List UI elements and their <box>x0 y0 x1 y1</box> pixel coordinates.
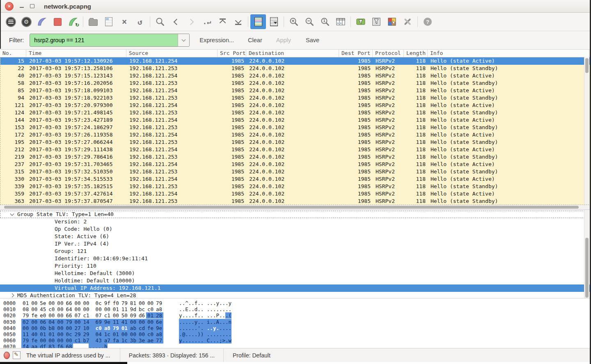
stop-capture-button[interactable] <box>50 14 65 29</box>
restart-capture-button[interactable]: ↻ <box>65 14 81 29</box>
column-header-length[interactable]: Length <box>404 50 428 57</box>
packet-row[interactable]: 1532017-03-03 19:57:24.186297192.168.121… <box>0 124 591 131</box>
zoom-out-button[interactable] <box>302 14 317 29</box>
capture-filters-button[interactable] <box>353 14 369 29</box>
packet-row[interactable]: 3152017-03-03 19:57:32.510350192.168.121… <box>0 168 591 175</box>
vscrollbar-thumb[interactable] <box>585 58 589 73</box>
close-file-button[interactable]: × <box>117 14 132 29</box>
preferences-button[interactable] <box>400 14 415 29</box>
start-capture-button[interactable] <box>34 14 50 29</box>
detail-row[interactable]: Op Code: Hello (0) <box>0 225 591 233</box>
column-header-src-port[interactable]: Src Port <box>218 50 246 57</box>
packet-row[interactable]: 222017-03-03 19:57:13.258106192.168.121.… <box>0 65 591 72</box>
colorize-button[interactable] <box>250 14 266 29</box>
hex-row[interactable]: 004000000bb800002710c0a87901abcdfe9e....… <box>3 325 591 331</box>
save-file-button[interactable] <box>101 14 117 29</box>
open-file-button[interactable] <box>85 14 101 29</box>
close-button[interactable]: × <box>5 2 14 11</box>
packet-row[interactable]: 1952017-03-03 19:57:27.066244192.168.121… <box>0 139 591 146</box>
packet-cell: 1985 <box>218 168 247 175</box>
packet-row[interactable]: 2122017-03-03 19:57:29.111438192.168.121… <box>0 146 591 153</box>
apply-button[interactable]: Apply <box>275 35 292 45</box>
packet-list-hscrollbar[interactable] <box>0 205 591 209</box>
zoom-100-button[interactable]: 1 <box>317 14 333 29</box>
filter-input[interactable] <box>30 34 178 46</box>
packet-row[interactable]: 3392017-03-03 19:57:35.182515192.168.121… <box>0 183 591 190</box>
packet-cell: 192.168.121.253 <box>127 65 218 72</box>
hex-row[interactable]: 00300200060400790014699e11410000006e....… <box>3 319 591 325</box>
filter-combobox[interactable] <box>30 34 190 47</box>
detail-row[interactable]: Group State TLV: Type=1 Len=40 <box>0 211 591 218</box>
detail-row[interactable]: Group: 121 <box>0 248 591 255</box>
column-header-protocol[interactable]: Protocol <box>373 50 404 57</box>
detail-row[interactable]: Holdtime: Default (10000) <box>0 277 591 284</box>
save-button[interactable]: Save <box>305 35 320 45</box>
packet-row[interactable]: 1212017-03-03 19:57:20.979300192.168.121… <box>0 102 591 109</box>
detail-row[interactable]: Priority: 110 <box>0 262 591 270</box>
column-header-source[interactable]: Source <box>126 50 218 57</box>
coloring-rules-button[interactable] <box>384 14 400 29</box>
expert-info-icon[interactable] <box>4 352 10 359</box>
go-back-button[interactable] <box>168 14 183 29</box>
collapsed-arrow-icon[interactable] <box>10 293 14 298</box>
hex-row[interactable]: 000001005e00006600000c9ff07981000079..^.… <box>3 300 591 306</box>
column-header-destination[interactable]: Destination <box>246 50 339 57</box>
detail-row[interactable]: Version: 2 <box>0 218 591 225</box>
hex-row[interactable]: 002079fee000006607c107c1005009d60128y...… <box>3 312 591 318</box>
details-vscrollbar[interactable] <box>584 210 589 298</box>
detail-row[interactable]: Identifier: 00:14:69:9e:11:41 <box>0 255 591 262</box>
packet-row[interactable]: 1442017-03-03 19:57:23.427189192.168.121… <box>0 116 591 124</box>
autoscroll-button[interactable] <box>266 14 282 29</box>
detail-row[interactable]: Virtual IP Address: 192.168.121.1 <box>0 284 591 292</box>
capture-comment-icon[interactable] <box>13 351 21 359</box>
find-packet-button[interactable] <box>152 14 168 29</box>
packet-row[interactable]: 3592017-03-03 19:57:37.427614192.168.121… <box>0 190 591 198</box>
hex-row[interactable]: 006079fe00000000c1b743a7fa1c3b3eae77y...… <box>3 337 591 344</box>
packet-row[interactable]: 582017-03-03 19:57:16.202056192.168.121.… <box>0 80 591 87</box>
column-header-time[interactable]: Time <box>26 50 126 57</box>
packet-row[interactable]: 1722017-03-03 19:57:26.119358192.168.121… <box>0 131 591 139</box>
status-profile-segment[interactable]: Profile: Default <box>224 348 270 362</box>
hex-row[interactable]: 0010080045c000640000000001119dbcc0a8..E.… <box>3 306 591 312</box>
expression-button[interactable]: Expression... <box>199 35 235 45</box>
interfaces-button[interactable] <box>3 14 18 29</box>
packet-row[interactable]: 152017-03-03 19:57:12.130926192.168.121.… <box>0 57 591 65</box>
hscrollbar-thumb[interactable] <box>4 206 579 209</box>
detail-row[interactable]: Hellotime: Default (3000) <box>0 270 591 277</box>
hex-offset: 0020 <box>3 312 16 318</box>
packet-row[interactable]: 2372017-03-03 19:57:31.703465192.168.121… <box>0 161 591 168</box>
zoom-in-button[interactable] <box>286 14 302 29</box>
packet-row[interactable]: 852017-03-03 19:57:18.099103192.168.121.… <box>0 87 591 94</box>
packet-row[interactable]: 402017-03-03 19:57:15.123143192.168.121.… <box>0 72 591 80</box>
filter-dropdown-button[interactable] <box>178 34 189 46</box>
packet-list-header[interactable]: No.TimeSourceSrc PortDestinationDest Por… <box>0 50 591 57</box>
go-first-button[interactable] <box>215 14 230 29</box>
packet-row[interactable]: 2192017-03-03 19:57:29.786416192.168.121… <box>0 153 591 161</box>
help-button[interactable]: ? <box>420 14 435 29</box>
maximize-button[interactable] <box>29 4 35 8</box>
go-forward-button[interactable] <box>183 14 199 29</box>
display-filters-button[interactable] <box>369 14 384 29</box>
column-header-dest-port[interactable]: Dest Port <box>339 50 373 57</box>
hex-row[interactable]: 005011400101000c2929041c01000000c0a8.@..… <box>3 331 591 337</box>
detail-row[interactable]: State: Active (6) <box>0 233 591 240</box>
packet-row[interactable]: 942017-03-03 19:57:18.922103192.168.121.… <box>0 94 591 102</box>
go-last-button[interactable] <box>230 14 246 29</box>
column-header-info[interactable]: Info <box>428 50 589 57</box>
packet-list-vscrollbar[interactable] <box>584 57 589 205</box>
packet-row[interactable]: 3302017-03-03 19:57:34.515533192.168.121… <box>0 175 591 183</box>
capture-options-button[interactable]: ⚙ <box>18 14 34 29</box>
reload-button[interactable]: ↺ <box>132 14 148 29</box>
clear-button[interactable]: Clear <box>247 35 263 45</box>
packet-row[interactable]: 1242017-03-03 19:57:21.498145192.168.121… <box>0 109 591 116</box>
detail-row[interactable]: IP Ver.: IPv4 (4) <box>0 240 591 248</box>
minimize-button[interactable] <box>19 5 24 8</box>
expanded-arrow-icon[interactable] <box>10 212 14 216</box>
go-to-packet-button[interactable]: .↵ <box>199 14 215 29</box>
packet-row[interactable]: 3632017-03-03 19:57:37.870547192.168.121… <box>0 198 591 205</box>
resize-columns-button[interactable] <box>333 14 348 29</box>
detail-row[interactable]: MD5 Authentication TLV: Type=4 Len=28 <box>0 292 591 298</box>
column-header-no[interactable]: No. <box>0 50 26 57</box>
titlebar[interactable]: × network.pcapng <box>0 0 591 13</box>
details-vscrollbar-thumb[interactable] <box>585 238 589 298</box>
